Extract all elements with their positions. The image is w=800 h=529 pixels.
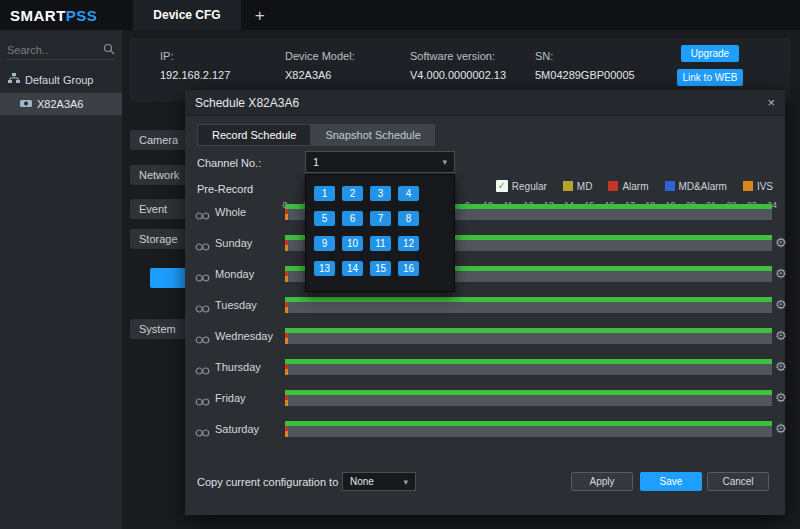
close-icon[interactable]: × [767,95,775,110]
app-logo: SMARTPSS [10,7,97,24]
legend-md-alarm[interactable]: MD&Alarm [665,181,727,192]
sidebar-item-default-group[interactable]: Default Group [0,66,122,93]
regular-record-segment [285,359,772,364]
gear-icon[interactable]: ⚙ [775,267,787,281]
gear-icon[interactable]: ⚙ [775,422,787,436]
sidebar: Search.. Default Group X82A3A6 [0,30,122,529]
channel-select[interactable]: 1 ▾ [305,151,455,173]
channel-option-6[interactable]: 6 [342,211,363,226]
day-label: Monday [215,268,254,280]
timeline-bar[interactable] [285,390,772,406]
channel-option-1[interactable]: 1 [314,186,335,201]
tab-record-schedule[interactable]: Record Schedule [197,124,311,146]
channel-option-2[interactable]: 2 [342,186,363,201]
dialog-titlebar: Schedule X82A3A6 × [185,90,785,116]
copy-target-value: None [350,476,374,487]
schedule-row-sunday: Sunday⚙ [185,235,785,251]
gear-icon[interactable]: ⚙ [775,329,787,343]
channel-option-16[interactable]: 16 [398,261,419,276]
legend-label: Regular [512,181,547,192]
upgrade-button[interactable]: Upgrade [681,45,739,62]
day-label: Thursday [215,361,261,373]
group-icon [8,73,20,87]
channel-option-10[interactable]: 10 [342,236,363,251]
channel-option-5[interactable]: 5 [314,211,335,226]
apply-button[interactable]: Apply [571,472,633,491]
link-icon[interactable] [195,300,210,318]
legend-label: MD&Alarm [679,181,727,192]
ivs-edge-mark [285,369,288,375]
smartpss-window: { "topbar": { "brand_primary": "SMART", … [0,0,800,529]
schedule-row-friday: Friday⚙ [185,390,785,406]
link-to-web-button[interactable]: Link to WEB [677,69,743,86]
channel-option-8[interactable]: 8 [398,211,419,226]
legend-label: Alarm [622,181,648,192]
legend-md[interactable]: MD [563,181,593,192]
model-label: Device Model: [285,50,355,62]
chevron-down-icon: ▾ [397,477,408,487]
tab-snapshot-schedule[interactable]: Snapshot Schedule [311,124,434,146]
schedule-rows: WholeSunday⚙Monday⚙Tuesday⚙Wednesday⚙Thu… [185,204,785,454]
gear-icon[interactable]: ⚙ [775,391,787,405]
save-button[interactable]: Save [640,472,702,491]
ivs-edge-mark [285,307,288,313]
timeline-bar[interactable] [285,359,772,375]
link-icon[interactable] [195,331,210,349]
software-label: Software version: [410,50,495,62]
link-icon[interactable] [195,238,210,256]
regular-record-segment [285,297,772,302]
sn-label: SN: [535,50,553,62]
legend-regular[interactable]: ✓Regular [496,180,547,192]
sidebar-item-device[interactable]: X82A3A6 [0,93,122,115]
channel-label: Channel No.: [197,157,261,169]
new-tab-button[interactable]: + [255,7,265,24]
ivs-edge-mark [285,431,288,437]
regular-record-segment [285,421,772,426]
channel-option-12[interactable]: 12 [398,236,419,251]
link-icon[interactable] [195,207,210,225]
timeline-bar[interactable] [285,297,772,313]
gear-icon[interactable]: ⚙ [775,360,787,374]
device-icon [20,98,32,110]
schedule-legend: ✓RegularMDAlarmMD&AlarmIVS [496,180,773,192]
cancel-button[interactable]: Cancel [707,472,769,491]
copy-target-select[interactable]: None ▾ [342,472,416,491]
ip-label: IP: [160,50,173,62]
link-icon[interactable] [195,424,210,442]
channel-option-9[interactable]: 9 [314,236,335,251]
timeline-bar[interactable] [285,328,772,344]
md-alarm-swatch-icon [665,181,675,191]
ivs-edge-mark [285,276,288,282]
channel-option-11[interactable]: 11 [370,236,391,251]
link-icon[interactable] [195,269,210,287]
day-label: Wednesday [215,330,273,342]
day-label: Tuesday [215,299,257,311]
search-input[interactable]: Search.. [7,40,115,60]
channel-option-3[interactable]: 3 [370,186,391,201]
gear-icon[interactable]: ⚙ [775,298,787,312]
ivs-edge-mark [285,338,288,344]
schedule-row-wednesday: Wednesday⚙ [185,328,785,344]
channel-option-14[interactable]: 14 [342,261,363,276]
ivs-swatch-icon [743,181,753,191]
day-label: Friday [215,392,246,404]
link-icon[interactable] [195,362,210,380]
search-icon[interactable] [103,41,115,59]
channel-option-7[interactable]: 7 [370,211,391,226]
brand-smart: SMART [10,7,66,24]
link-icon[interactable] [195,393,210,411]
channel-option-4[interactable]: 4 [398,186,419,201]
group-label: Default Group [25,74,93,86]
legend-ivs[interactable]: IVS [743,181,773,192]
tab-device-cfg[interactable]: Device CFG [133,0,240,30]
schedule-dialog: Schedule X82A3A6 × Record ScheduleSnapsh… [185,90,785,515]
timeline-bar[interactable] [285,421,772,437]
channel-option-15[interactable]: 15 [370,261,391,276]
dialog-tabs: Record ScheduleSnapshot Schedule [197,124,435,146]
ip-value: 192.168.2.127 [160,69,230,81]
channel-option-13[interactable]: 13 [314,261,335,276]
md-swatch-icon [563,181,573,191]
gear-icon[interactable]: ⚙ [775,236,787,250]
legend-alarm[interactable]: Alarm [608,181,648,192]
day-label: Whole [215,206,246,218]
